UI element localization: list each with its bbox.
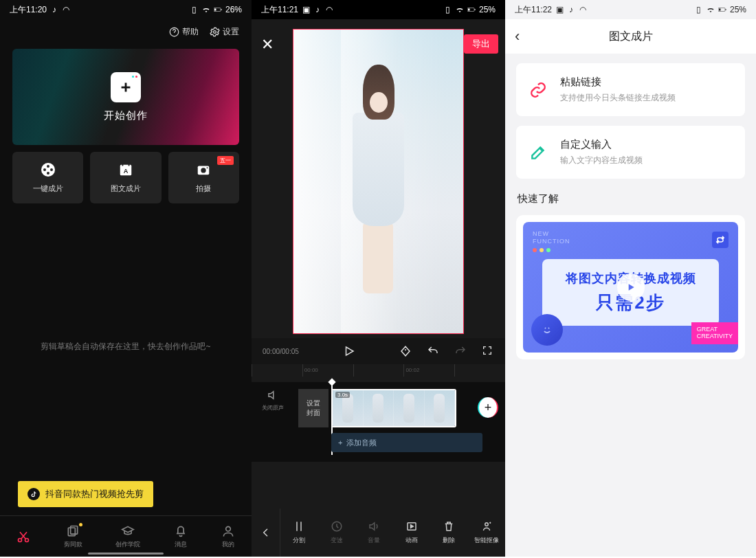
page-title: 图文成片 xyxy=(609,30,653,44)
nav-edit[interactable] xyxy=(16,530,30,544)
tool-cutout[interactable]: 智能抠像 xyxy=(468,520,506,545)
undo-button[interactable] xyxy=(427,345,439,357)
graduation-icon xyxy=(121,524,135,538)
nav-academy[interactable]: 创作学院 xyxy=(115,524,140,549)
svg-point-8 xyxy=(50,168,53,171)
export-button[interactable]: 导出 xyxy=(464,34,498,54)
tool-animation[interactable]: 动画 xyxy=(393,520,431,545)
nav-templates[interactable]: 剪同款 xyxy=(64,524,82,549)
section-title: 快速了解 xyxy=(518,192,744,205)
play-button[interactable] xyxy=(343,345,355,357)
tool-camera[interactable]: 五一 拍摄 xyxy=(168,152,239,203)
window-dots xyxy=(533,248,551,252)
svg-rect-1 xyxy=(214,9,216,11)
svg-rect-30 xyxy=(725,9,726,10)
svg-point-27 xyxy=(485,523,489,526)
create-hero[interactable]: 开始创作 xyxy=(12,49,239,145)
phone-icon: ▯ xyxy=(444,5,452,14)
card-subtitle: 输入文字内容生成视频 xyxy=(560,155,643,166)
status-battery: 25% xyxy=(730,5,746,14)
tool-oneclick[interactable]: 一键成片 xyxy=(12,152,83,203)
svg-point-7 xyxy=(43,168,46,171)
timecode: 00:00/00:05 xyxy=(263,348,299,355)
video-preview[interactable] xyxy=(293,29,464,334)
promo-toast[interactable]: 抖音同款热门视频抢先剪 xyxy=(18,481,153,507)
phone-icon: ▯ xyxy=(695,5,703,14)
nav-label: 消息 xyxy=(175,540,187,549)
home-indicator xyxy=(88,553,164,555)
time-ruler[interactable]: 00:00 00:02 xyxy=(252,364,505,377)
nav-messages[interactable]: 消息 xyxy=(174,524,188,549)
redo-button[interactable] xyxy=(454,345,467,357)
nav-profile[interactable]: 我的 xyxy=(221,524,235,549)
tool-label: 拍摄 xyxy=(196,183,211,194)
toolbar-back-button[interactable] xyxy=(252,509,280,557)
scissors-icon xyxy=(16,530,30,544)
settings-label: 设置 xyxy=(223,26,239,38)
animation-icon xyxy=(405,520,418,533)
playback-bar: 00:00/00:05 xyxy=(252,338,505,364)
promo-badge: NEW FUNCTION xyxy=(533,230,570,245)
speed-icon xyxy=(331,520,343,533)
page-body: 粘贴链接 支持使用今日头条链接生成视频 自定义输入 输入文字内容生成视频 快速了… xyxy=(505,54,756,369)
loop-icon xyxy=(712,232,729,248)
page-header: ‹ 图文成片 xyxy=(505,19,756,54)
clip-thumb xyxy=(394,390,425,426)
svg-rect-12 xyxy=(129,164,130,166)
tool-text2video[interactable]: A 图文成片 xyxy=(90,152,161,203)
card-subtitle: 支持使用今日头条链接生成视频 xyxy=(560,92,676,104)
douyin-icon xyxy=(27,488,40,500)
svg-point-21 xyxy=(225,526,230,531)
close-button[interactable]: ✕ xyxy=(261,36,274,54)
svg-point-15 xyxy=(201,168,206,172)
svg-point-16 xyxy=(207,167,208,168)
add-audio-track[interactable]: + 添加音频 xyxy=(331,433,482,452)
help-button[interactable]: 帮助 xyxy=(169,26,199,38)
split-icon xyxy=(293,520,305,533)
status-bar: 上午11:20 ♪ ◠ ▯ 26% xyxy=(0,0,252,19)
card-title: 粘贴链接 xyxy=(560,76,676,89)
tool-speed[interactable]: 变速 xyxy=(318,520,356,545)
tool-delete[interactable]: 删除 xyxy=(430,520,468,545)
battery-icon xyxy=(214,5,222,14)
music-icon: ♪ xyxy=(567,5,575,14)
bell-icon xyxy=(174,524,188,538)
card-custom-input[interactable]: 自定义输入 输入文字内容生成视频 xyxy=(516,126,745,179)
empty-drafts-message: 剪辑草稿会自动保存在这里，快去创作作品吧~ xyxy=(0,341,252,353)
keyframe-button[interactable] xyxy=(399,345,412,357)
video-clip[interactable]: 3.0s xyxy=(331,389,456,427)
status-bar: 上午11:21 ▣ ♪ ◠ ▯ 25% xyxy=(252,0,505,19)
edit-icon xyxy=(527,142,549,164)
phone-icon: ▯ xyxy=(190,5,199,14)
clip-thumb xyxy=(425,390,456,426)
back-button[interactable]: ‹ xyxy=(515,27,520,45)
link-icon xyxy=(527,79,549,101)
tools-row: 一键成片 A 图文成片 五一 拍摄 xyxy=(0,152,252,203)
mute-label: 关闭原声 xyxy=(262,404,284,412)
screen-editor: 上午11:21 ▣ ♪ ◠ ▯ 25% ✕ 1080P 导出 00:00/00:… xyxy=(252,0,505,557)
person-figure xyxy=(349,58,408,305)
add-clip-button[interactable]: + xyxy=(478,397,498,418)
badge-51: 五一 xyxy=(217,156,234,165)
fullscreen-button[interactable] xyxy=(482,345,494,357)
settings-button[interactable]: 设置 xyxy=(210,26,239,38)
battery-icon xyxy=(718,5,726,14)
tool-split[interactable]: 分割 xyxy=(280,520,318,545)
status-time: 上午11:20 xyxy=(10,4,47,16)
set-cover-button[interactable]: 设置 封面 xyxy=(298,389,329,427)
svg-rect-23 xyxy=(468,9,470,11)
music-icon: ♪ xyxy=(313,5,322,14)
timeline[interactable]: 关闭原声 设置 封面 3.0s + + 添加音频 xyxy=(252,382,505,462)
volume-icon xyxy=(368,520,380,533)
tool-volume[interactable]: 音量 xyxy=(355,520,393,545)
edit-toolbar: 分割 变速 音量 动画 删除 智能抠像 xyxy=(252,509,505,557)
toast-text: 抖音同款热门视频抢先剪 xyxy=(45,488,144,500)
card-paste-link[interactable]: 粘贴链接 支持使用今日头条链接生成视频 xyxy=(516,63,745,116)
mute-toggle[interactable]: 关闭原声 xyxy=(252,389,294,412)
wifi-icon xyxy=(707,5,715,14)
speaker-icon xyxy=(267,389,279,401)
nav-label: 我的 xyxy=(222,540,234,549)
status-time: 上午11:21 xyxy=(261,4,298,16)
tool-label: 图文成片 xyxy=(111,183,141,194)
promo-card[interactable]: NEW FUNCTION 将图文内容转换成视频 只需2步 GREAT CREAT… xyxy=(516,215,745,359)
